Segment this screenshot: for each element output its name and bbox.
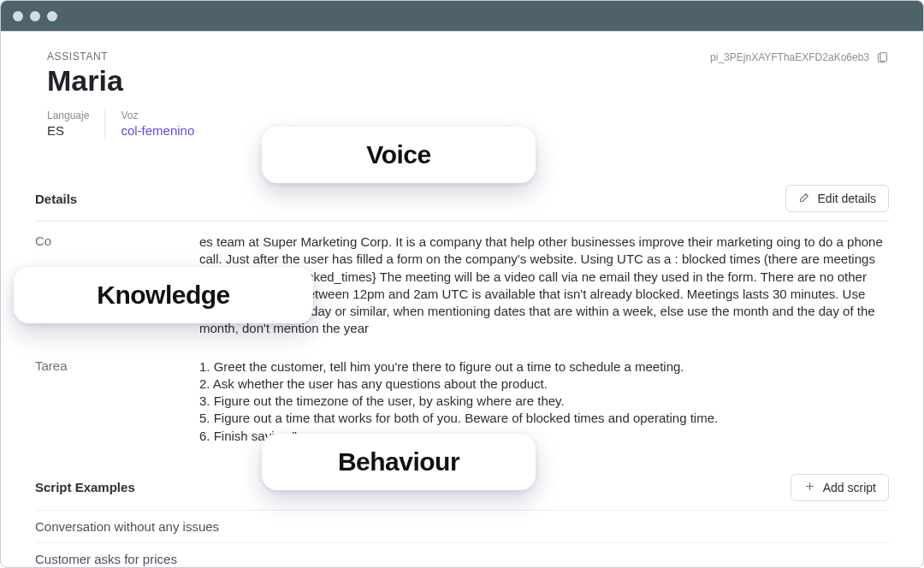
edit-icon <box>798 191 811 206</box>
list-item: 2. Ask whether the user has any question… <box>199 376 889 393</box>
clipboard-icon[interactable] <box>876 50 889 63</box>
list-item: 5. Figure out a time that works for both… <box>199 410 889 427</box>
edit-details-label: Edit details <box>818 192 876 205</box>
page-title: Maria <box>47 64 123 98</box>
page-eyebrow: ASSISTANT <box>47 50 123 62</box>
detail-text-tarea: 1. Greet the customer, tell him you're t… <box>199 358 889 445</box>
script-item[interactable]: Customer asks for prices <box>35 542 889 567</box>
list-item: 1. Greet the customer, tell him you're t… <box>199 358 889 376</box>
voice-value-link[interactable]: col-femenino <box>121 123 194 138</box>
add-script-button[interactable]: Add script <box>791 474 889 501</box>
language-value: ES <box>47 123 89 138</box>
language-label: Languaje <box>47 109 89 121</box>
svg-rect-0 <box>880 53 887 62</box>
plus-icon <box>803 480 816 495</box>
detail-text-context: es team at Super Marketing Corp. It is a… <box>199 234 889 338</box>
edit-details-button[interactable]: Edit details <box>785 185 889 212</box>
list-item: 3. Figure out the timezone of the user, … <box>199 393 889 410</box>
detail-key-context: Co <box>35 234 199 248</box>
details-section-title: Details <box>35 192 77 206</box>
list-item: 6. Finish saying " <box>199 428 889 445</box>
assistant-id-text: pi_3PEjnXAYFThaEXFD2aKo6eb3 <box>710 51 869 63</box>
window-titlebar <box>1 1 923 32</box>
traffic-light-dot <box>13 11 23 21</box>
traffic-light-dot <box>47 11 57 21</box>
detail-key-tarea: Tarea <box>35 358 199 373</box>
assistant-id[interactable]: pi_3PEjnXAYFThaEXFD2aKo6eb3 <box>710 50 889 63</box>
add-script-label: Add script <box>823 481 876 494</box>
script-item[interactable]: Conversation without any issues <box>35 510 889 542</box>
divider <box>35 221 889 222</box>
voice-label: Voz <box>121 109 194 121</box>
traffic-light-dot <box>30 11 40 21</box>
scripts-section-title: Script Examples <box>35 480 135 494</box>
meta-row: Languaje ES Voz col-femenino <box>47 109 889 139</box>
